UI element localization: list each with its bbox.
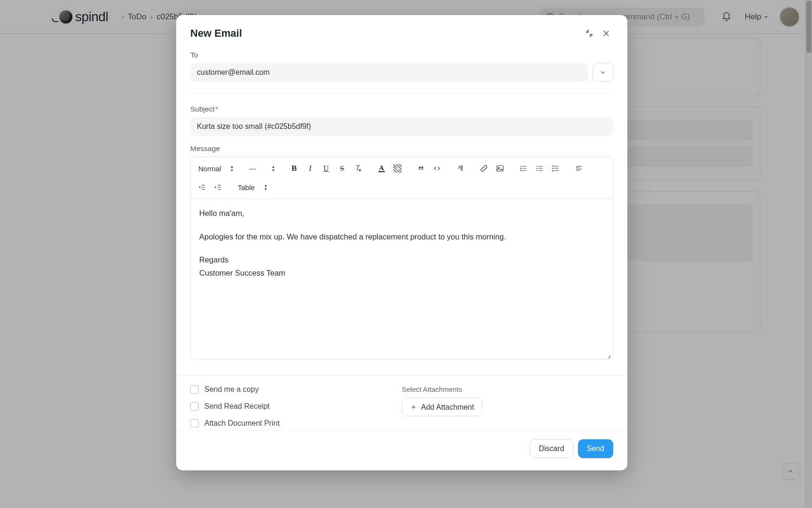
read-receipt-checkbox[interactable]: Send Read Receipt	[190, 402, 402, 411]
to-input[interactable]	[190, 63, 588, 82]
send-copy-checkbox[interactable]: Send me a copy	[190, 385, 402, 394]
updown-icon: ▴▾	[231, 165, 233, 172]
check-list-button[interactable]	[548, 161, 563, 176]
ordered-list-button[interactable]	[516, 161, 531, 176]
size-select-value: ---	[249, 165, 256, 173]
direction-button[interactable]	[453, 161, 468, 176]
checkbox-icon	[190, 402, 199, 411]
plus-icon: ＋	[410, 402, 417, 412]
resize-handle[interactable]	[605, 351, 611, 357]
checkbox-icon	[190, 419, 199, 428]
body-line: Apologies for the mix up. We have dispat…	[199, 231, 604, 243]
checkbox-icon	[190, 385, 199, 394]
send-copy-label: Send me a copy	[204, 385, 259, 394]
font-color-icon: A	[378, 165, 385, 172]
send-button[interactable]: Send	[578, 439, 613, 458]
font-color-button[interactable]: A	[374, 161, 389, 176]
body-line: Hello ma'am,	[199, 207, 604, 220]
align-left-icon	[575, 164, 583, 173]
attach-print-label: Attach Document Print	[204, 419, 280, 428]
svg-rect-0	[497, 166, 503, 171]
clear-format-button[interactable]	[351, 161, 366, 176]
quote-button[interactable]	[414, 161, 429, 176]
read-receipt-label: Send Read Receipt	[204, 402, 270, 411]
to-expand-button[interactable]	[593, 63, 613, 82]
add-attachment-label: Add Attachment	[421, 403, 474, 412]
updown-icon: ▴▾	[265, 183, 267, 191]
ordered-list-icon	[519, 164, 528, 173]
highlight-icon	[393, 164, 402, 173]
rich-text-editor: Normal ▴▾ --- ▴▾ B I U S A	[190, 157, 613, 359]
indent-button[interactable]	[211, 180, 226, 195]
svg-point-4	[537, 170, 538, 171]
modal-title: New Email	[190, 27, 242, 40]
code-button[interactable]	[429, 161, 445, 176]
modal-header: New Email	[176, 15, 627, 51]
outdent-button[interactable]	[195, 180, 210, 195]
size-select[interactable]: --- ▴▾	[245, 161, 278, 176]
direction-icon	[456, 164, 465, 173]
attachments-label: Select Attachments	[402, 385, 613, 393]
body-line: Regards	[199, 254, 604, 266]
svg-point-3	[537, 168, 538, 169]
discard-button[interactable]: Discard	[530, 439, 573, 458]
align-button[interactable]	[571, 161, 586, 176]
updown-icon: ▴▾	[272, 165, 274, 172]
to-label: To	[190, 51, 613, 59]
image-button[interactable]	[492, 161, 508, 176]
send-label: Send	[587, 444, 604, 453]
attach-print-checkbox[interactable]: Attach Document Print	[190, 419, 402, 428]
message-label: Message	[190, 144, 613, 153]
collapse-button[interactable]	[582, 26, 596, 40]
add-attachment-button[interactable]: ＋ Add Attachment	[402, 398, 482, 416]
format-select-value: Normal	[198, 165, 221, 173]
bullet-list-icon	[535, 164, 544, 173]
subject-label: Subject*	[190, 105, 613, 113]
bold-button[interactable]: B	[287, 161, 302, 176]
close-button[interactable]	[599, 26, 613, 40]
modal-footer: Discard Send	[176, 430, 627, 470]
outdent-icon	[198, 183, 206, 191]
check-list-icon	[551, 164, 560, 173]
chevron-down-icon	[599, 69, 607, 76]
collapse-icon	[585, 29, 593, 38]
italic-button[interactable]: I	[303, 161, 318, 176]
image-icon	[496, 164, 504, 173]
editor-toolbar: Normal ▴▾ --- ▴▾ B I U S A	[191, 157, 613, 199]
highlight-button[interactable]	[390, 161, 405, 176]
close-icon	[602, 29, 610, 38]
indent-icon	[214, 183, 222, 191]
format-select[interactable]: Normal ▴▾	[195, 161, 237, 176]
new-email-modal: New Email To Subject* Message Normal ▴▾	[176, 15, 627, 470]
quote-icon	[417, 164, 425, 173]
discard-label: Discard	[539, 444, 564, 453]
link-icon	[480, 164, 488, 173]
bullet-list-button[interactable]	[532, 161, 547, 176]
svg-point-2	[537, 166, 538, 167]
clear-format-icon	[354, 164, 362, 173]
table-select-value: Table	[238, 183, 255, 191]
code-icon	[433, 164, 441, 173]
strike-button[interactable]: S	[335, 161, 350, 176]
table-select[interactable]: Table ▴▾	[234, 180, 271, 195]
subject-input[interactable]	[190, 117, 613, 136]
editor-body[interactable]: Hello ma'am, Apologies for the mix up. W…	[191, 199, 613, 359]
link-button[interactable]	[476, 161, 492, 176]
underline-button[interactable]: U	[319, 161, 334, 176]
modal-options: Send me a copy Send Read Receipt Attach …	[176, 375, 627, 430]
body-line: Customer Success Team	[199, 267, 604, 279]
